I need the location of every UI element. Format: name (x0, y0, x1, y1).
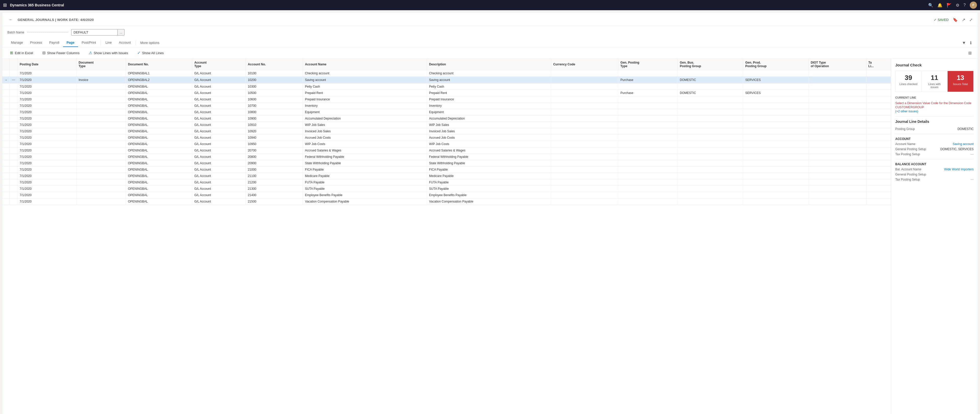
col-doc-type[interactable]: DocumentType (76, 59, 126, 70)
row-arrow-icon[interactable] (2, 83, 10, 90)
share-icon[interactable]: ↗ (962, 18, 965, 22)
col-acct-no[interactable]: Account No. (245, 59, 303, 70)
table-row[interactable]: 7/1/2020OPENINGBALG/L Account10940Accrue… (2, 134, 891, 141)
row-arrow-icon[interactable] (2, 115, 10, 122)
col-diot[interactable]: DIOT Typeof Operation (808, 59, 866, 70)
tab-page[interactable]: Page (63, 38, 78, 47)
show-all-lines-button[interactable]: ✓ Show All Lines (135, 49, 166, 56)
row-more-btn[interactable] (10, 115, 18, 122)
batch-lookup-button[interactable]: ... (118, 30, 124, 35)
col-gen-prod[interactable]: Gen. Prod.Posting Group (743, 59, 808, 70)
col-posting-date[interactable]: Posting Date (18, 59, 76, 70)
row-arrow-icon[interactable] (2, 90, 10, 96)
row-more-btn[interactable] (10, 70, 18, 77)
notifications-icon[interactable]: 🔔 (937, 3, 942, 8)
edit-in-excel-button[interactable]: ⊞ Edit in Excel (7, 49, 36, 56)
table-row[interactable]: 7/1/2020OPENINGBALG/L Account20700Accrue… (2, 147, 891, 154)
row-arrow-icon[interactable] (2, 70, 10, 77)
table-row[interactable]: 7/1/2020OPENINGBAL1G/L Account10100Check… (2, 70, 891, 77)
tab-process[interactable]: Process (27, 38, 46, 47)
row-arrow-icon[interactable] (2, 103, 10, 109)
table-row[interactable]: 7/1/2020OPENINGBALG/L Account21400Employ… (2, 192, 891, 198)
back-button[interactable]: ← (7, 16, 14, 23)
col-gen-bus[interactable]: Gen. Bus.Posting Group (678, 59, 743, 70)
search-icon[interactable]: 🔍 (928, 3, 933, 8)
col-currency[interactable]: Currency Code (551, 59, 618, 70)
row-more-btn[interactable] (10, 179, 18, 186)
filter-icon[interactable]: ▼ (961, 40, 967, 46)
personalize-icon[interactable]: ⊞ (967, 50, 973, 56)
row-arrow-icon[interactable] (2, 154, 10, 160)
row-more-btn[interactable] (10, 103, 18, 109)
settings-icon[interactable]: ⚙ (956, 3, 959, 8)
show-lines-with-issues-button[interactable]: ⚠ Show Lines with Issues (86, 49, 130, 56)
tab-manage[interactable]: Manage (7, 38, 27, 47)
row-more-btn[interactable]: ⋯ (10, 77, 18, 83)
row-more-btn[interactable] (10, 128, 18, 134)
row-arrow-icon[interactable] (2, 192, 10, 198)
show-fewer-columns-button[interactable]: ⊟ Show Fewer Columns (40, 49, 82, 56)
row-arrow-icon[interactable] (2, 198, 10, 205)
row-arrow-icon[interactable] (2, 96, 10, 103)
row-arrow-icon[interactable] (2, 141, 10, 147)
tab-account[interactable]: Account (115, 38, 135, 47)
row-more-btn[interactable] (10, 198, 18, 205)
help-icon[interactable]: ? (963, 3, 966, 7)
table-row[interactable]: 7/1/2020OPENINGBALG/L Account21200FUTA P… (2, 179, 891, 186)
row-more-btn[interactable] (10, 186, 18, 192)
tab-payroll[interactable]: Payroll (46, 38, 63, 47)
info-icon[interactable]: ℹ (969, 39, 973, 46)
bookmark-icon[interactable]: 🔖 (953, 18, 958, 22)
table-row[interactable]: 7/1/2020OPENINGBALG/L Account10300Petty … (2, 83, 891, 90)
row-arrow-icon[interactable] (2, 166, 10, 173)
table-row[interactable]: 7/1/2020OPENINGBALG/L Account21000FICA P… (2, 166, 891, 173)
tab-more-options[interactable]: More options (137, 39, 163, 47)
row-arrow-icon[interactable] (2, 179, 10, 186)
row-more-btn[interactable] (10, 166, 18, 173)
col-acct-name[interactable]: Account Name (303, 59, 427, 70)
table-row[interactable]: 7/1/2020OPENINGBALG/L Account21300SUTA P… (2, 186, 891, 192)
col-acct-type[interactable]: AccountType (192, 59, 245, 70)
tab-postprint[interactable]: Post/Print (78, 38, 100, 47)
table-row[interactable]: 7/1/2020OPENINGBALG/L Account10600Prepai… (2, 96, 891, 103)
row-arrow-icon[interactable] (2, 122, 10, 128)
row-arrow-icon[interactable]: → (2, 77, 10, 83)
row-more-btn[interactable] (10, 96, 18, 103)
row-more-btn[interactable] (10, 192, 18, 198)
row-more-btn[interactable] (10, 122, 18, 128)
tab-line[interactable]: Line (102, 38, 115, 47)
table-row[interactable]: 7/1/2020OPENINGBALG/L Account10950WIP Jo… (2, 141, 891, 147)
flag-icon[interactable]: 🚩 (947, 3, 952, 8)
table-row[interactable]: 7/1/2020OPENINGBALG/L Account10920Invoic… (2, 128, 891, 134)
col-description[interactable]: Description (427, 59, 551, 70)
grid-icon[interactable]: ⊞ (3, 2, 7, 8)
current-line-more[interactable]: (+2 other issues) (895, 110, 974, 113)
table-row[interactable]: 7/1/2020OPENINGBALG/L Account21100Medica… (2, 173, 891, 179)
row-more-btn[interactable] (10, 109, 18, 115)
row-more-btn[interactable] (10, 173, 18, 179)
row-more-btn[interactable] (10, 134, 18, 141)
table-row[interactable]: 7/1/2020OPENINGBALG/L Account10500Prepai… (2, 90, 891, 96)
row-more-btn[interactable] (10, 160, 18, 166)
col-gen-posting-type[interactable]: Gen. PostingType (618, 59, 678, 70)
table-row[interactable]: 7/1/2020OPENINGBALG/L Account21500Vacati… (2, 198, 891, 205)
row-arrow-icon[interactable] (2, 186, 10, 192)
table-row[interactable]: 7/1/2020OPENINGBALG/L Account20800Federa… (2, 154, 891, 160)
row-arrow-icon[interactable] (2, 173, 10, 179)
row-more-btn[interactable] (10, 83, 18, 90)
row-arrow-icon[interactable] (2, 160, 10, 166)
row-arrow-icon[interactable] (2, 134, 10, 141)
avatar[interactable]: F (970, 2, 977, 9)
row-more-btn[interactable] (10, 154, 18, 160)
row-more-btn[interactable] (10, 147, 18, 154)
table-row[interactable]: 7/1/2020OPENINGBALG/L Account10700Invent… (2, 103, 891, 109)
batch-name-input[interactable] (72, 29, 118, 35)
row-arrow-icon[interactable] (2, 128, 10, 134)
table-row[interactable]: 7/1/2020OPENINGBALG/L Account10800Equipm… (2, 109, 891, 115)
row-more-btn[interactable] (10, 90, 18, 96)
row-more-btn[interactable] (10, 141, 18, 147)
table-row[interactable]: 7/1/2020OPENINGBALG/L Account10900Accumu… (2, 115, 891, 122)
col-doc-no[interactable]: Document No. (126, 59, 192, 70)
col-ta[interactable]: TaLi... (866, 59, 891, 70)
expand-icon[interactable]: ⤢ (969, 18, 973, 22)
